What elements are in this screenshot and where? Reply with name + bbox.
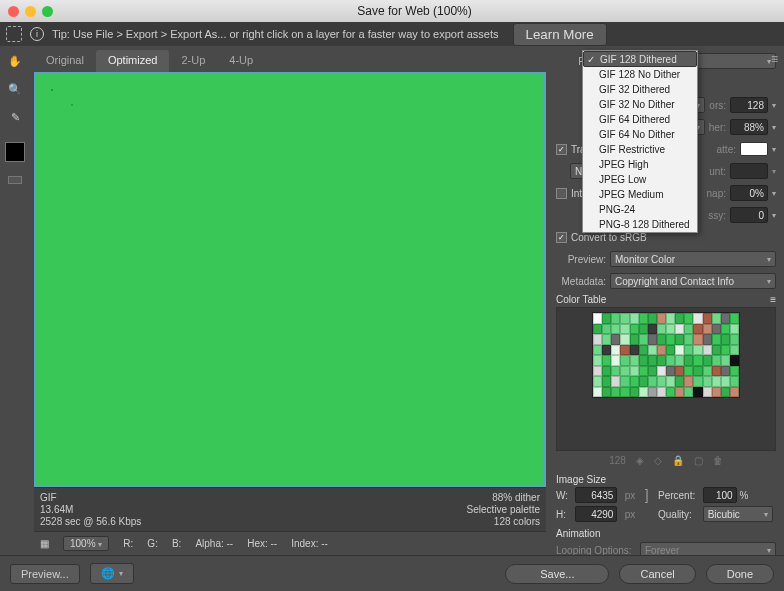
preset-option[interactable]: JPEG Medium (583, 187, 697, 202)
width-input[interactable] (575, 487, 617, 503)
learn-more-button[interactable]: Learn More (513, 23, 607, 46)
dither-label: her: (709, 122, 726, 133)
lossy-label: ssy: (708, 210, 726, 221)
preset-option[interactable]: GIF 64 Dithered (583, 112, 697, 127)
preview-select[interactable]: Monitor Color▾ (610, 251, 776, 267)
ct-map-icon[interactable]: ◈ (636, 455, 644, 466)
dither-input[interactable] (730, 119, 768, 135)
grid-icon[interactable]: ▦ (40, 538, 49, 549)
window-title: Save for Web (100%) (53, 4, 776, 18)
colors-stepper[interactable]: ▾ (772, 101, 776, 110)
footer-dither: 88% dither (467, 492, 540, 503)
percent-input[interactable] (703, 487, 737, 503)
preview-label: Preview: (556, 254, 606, 265)
preset-option[interactable]: JPEG High (583, 157, 697, 172)
toggle-slices-icon[interactable] (8, 176, 22, 184)
status-g: G: (147, 538, 158, 549)
image-size-label: Image Size (556, 474, 776, 485)
metadata-label: Metadata: (556, 276, 606, 287)
tab-4up[interactable]: 4-Up (217, 50, 265, 72)
tip-bar: i Tip: Use File > Export > Export As... … (0, 22, 784, 46)
status-r: R: (123, 538, 133, 549)
footer-format: GIF (40, 492, 141, 503)
ct-lock-icon[interactable]: 🔒 (672, 455, 684, 466)
footer-palette: Selective palette (467, 504, 540, 515)
animation-label: Animation (556, 528, 776, 539)
dither-stepper[interactable]: ▾ (772, 123, 776, 132)
info-icon: i (30, 27, 44, 41)
amount-label: unt: (709, 166, 726, 177)
tool-strip: ✋ 🔍 ✎ (0, 46, 30, 555)
maximize-window-icon[interactable] (42, 6, 53, 17)
preview-tabs: Original Optimized 2-Up 4-Up (34, 50, 546, 72)
hand-tool-icon[interactable]: ✋ (6, 52, 24, 70)
tab-2up[interactable]: 2-Up (169, 50, 217, 72)
width-label: W: (556, 490, 571, 501)
preset-option[interactable]: PNG-8 128 Dithered (583, 217, 697, 232)
srgb-label: Convert to sRGB (571, 232, 647, 243)
panel-menu-icon[interactable]: ≡ (771, 52, 778, 66)
cancel-button[interactable]: Cancel (619, 564, 695, 584)
preset-option[interactable]: GIF Restrictive (583, 142, 697, 157)
status-b: B: (172, 538, 181, 549)
colors-label: ors: (709, 100, 726, 111)
zoom-select[interactable]: 100% ▾ (63, 536, 109, 551)
metadata-select[interactable]: Copyright and Contact Info▾ (610, 273, 776, 289)
footer-filesize: 13.64M (40, 504, 141, 515)
minimize-window-icon[interactable] (25, 6, 36, 17)
tip-text: Tip: Use File > Export > Export As... or… (52, 28, 499, 40)
transparency-checkbox[interactable] (556, 144, 567, 155)
height-input[interactable] (575, 506, 617, 522)
status-alpha: Alpha: -- (195, 538, 233, 549)
preset-option[interactable]: GIF 64 No Dither (583, 127, 697, 142)
ct-count: 128 (609, 455, 626, 466)
preview-footer: GIF 13.64M 2528 sec @ 56.6 Kbps 88% dith… (34, 487, 546, 531)
foreground-swatch[interactable] (5, 142, 25, 162)
ct-new-icon[interactable]: ▢ (694, 455, 703, 466)
status-hex: Hex: -- (247, 538, 277, 549)
close-window-icon[interactable] (8, 6, 19, 17)
color-table[interactable] (556, 307, 776, 451)
color-table-label: Color Table (556, 294, 606, 305)
tab-optimized[interactable]: Optimized (96, 50, 170, 72)
preset-dropdown[interactable]: GIF 128 DitheredGIF 128 No DitherGIF 32 … (582, 50, 698, 233)
colors-input[interactable] (730, 97, 768, 113)
preset-option[interactable]: PNG-24 (583, 202, 697, 217)
eyedropper-tool-icon[interactable]: ✎ (6, 108, 24, 126)
quality-select[interactable]: Bicubic▾ (703, 506, 773, 522)
amount-input (730, 163, 768, 179)
browser-preview-button[interactable]: 🌐 ▾ (90, 563, 134, 584)
app-icon (6, 26, 22, 42)
preset-option[interactable]: GIF 32 Dithered (583, 82, 697, 97)
websnap-label: nap: (707, 188, 726, 199)
tab-original[interactable]: Original (34, 50, 96, 72)
status-index: Index: -- (291, 538, 328, 549)
lossy-input[interactable] (730, 207, 768, 223)
websnap-input[interactable] (730, 185, 768, 201)
preset-option[interactable]: JPEG Low (583, 172, 697, 187)
save-button[interactable]: Save... (505, 564, 609, 584)
quality-label: Quality: (658, 509, 699, 520)
matte-swatch[interactable] (740, 142, 768, 156)
zoom-tool-icon[interactable]: 🔍 (6, 80, 24, 98)
color-table-menu-icon[interactable]: ≡ (770, 294, 776, 305)
footer-download-time: 2528 sec @ 56.6 Kbps (40, 516, 141, 527)
ct-trash-icon[interactable]: 🗑 (713, 455, 723, 466)
height-label: H: (556, 509, 571, 520)
preview-button[interactable]: Preview... (10, 564, 80, 584)
interlaced-checkbox[interactable] (556, 188, 567, 199)
preset-option[interactable]: GIF 128 Dithered (583, 51, 697, 67)
percent-label: Percent: (658, 490, 699, 501)
status-bar: ▦ 100% ▾ R: G: B: Alpha: -- Hex: -- Inde… (34, 531, 546, 555)
srgb-checkbox[interactable] (556, 232, 567, 243)
done-button[interactable]: Done (706, 564, 774, 584)
bottom-bar: Preview... 🌐 ▾ Save... Cancel Done (0, 555, 784, 591)
looping-label: Looping Options: (556, 545, 636, 556)
footer-colors: 128 colors (467, 516, 540, 527)
preset-option[interactable]: GIF 128 No Dither (583, 67, 697, 82)
ct-shift-icon[interactable]: ◇ (654, 455, 662, 466)
preset-option[interactable]: GIF 32 No Dither (583, 97, 697, 112)
matte-label: atte: (717, 144, 736, 155)
preview-canvas[interactable] (34, 72, 546, 487)
link-dimensions-icon[interactable]: ] (643, 487, 654, 503)
